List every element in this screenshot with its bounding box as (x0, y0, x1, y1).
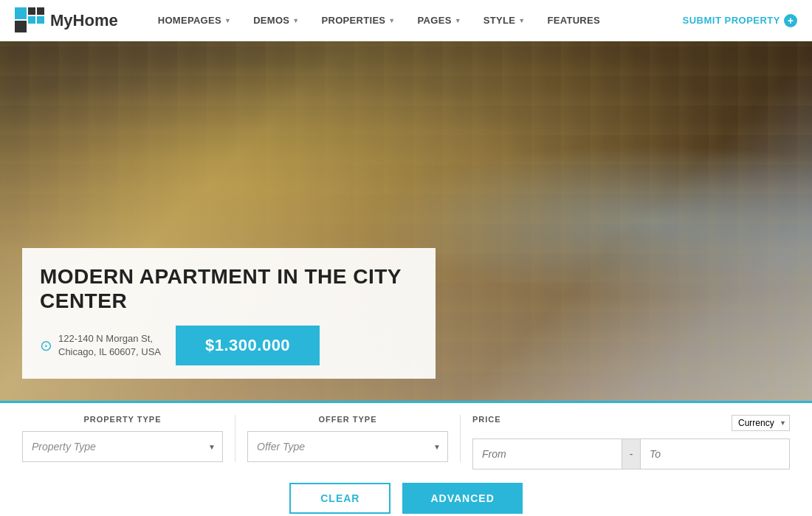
svg-rect-3 (28, 16, 35, 24)
plus-icon: + (784, 14, 797, 27)
search-actions: CLEAR ADVANCED (22, 469, 790, 516)
chevron-down-icon: ▼ (292, 17, 299, 24)
property-type-col: PROPERTY TYPE Property Type Apartment Ho… (22, 415, 235, 462)
clear-button[interactable]: CLEAR (289, 483, 390, 514)
chevron-down-icon: ▼ (518, 17, 525, 24)
address-line1: 122-140 N Morgan St, (58, 332, 161, 345)
currency-select-wrap: Currency USD EUR GBP ▼ (732, 415, 790, 431)
property-address: ⊙ 122-140 N Morgan St, Chicago, IL 60607… (40, 332, 161, 359)
property-footer: ⊙ 122-140 N Morgan St, Chicago, IL 60607… (40, 326, 418, 365)
price-inputs: - (472, 438, 790, 469)
navbar: MyHome HOMEPAGES ▼ DEMOS ▼ PROPERTIES ▼ … (0, 0, 812, 41)
hero-section: MODERN APARTMENT IN THE CITY CENTER ⊙ 12… (0, 41, 812, 401)
svg-rect-4 (37, 16, 44, 24)
nav-item-properties[interactable]: PROPERTIES ▼ (312, 9, 406, 32)
advanced-button[interactable]: ADVANCED (402, 483, 522, 514)
chevron-down-icon: ▼ (388, 17, 395, 24)
search-bar: PROPERTY TYPE Property Type Apartment Ho… (0, 401, 812, 516)
property-type-select-wrapper: Property Type Apartment House Villa Offi… (22, 431, 223, 462)
svg-rect-1 (28, 7, 35, 15)
currency-select[interactable]: Currency USD EUR GBP (732, 415, 790, 431)
price-col: PRICE Currency USD EUR GBP ▼ - (461, 415, 790, 469)
search-row: PROPERTY TYPE Property Type Apartment Ho… (22, 415, 790, 469)
offer-type-select-wrapper: Offer Type For Sale For Rent ▼ (247, 431, 448, 462)
price-badge: $1.300.000 (176, 326, 320, 365)
chevron-down-icon: ▼ (455, 17, 461, 24)
offer-type-col: OFFER TYPE Offer Type For Sale For Rent … (235, 415, 461, 462)
price-to-input[interactable] (640, 438, 790, 469)
nav-item-features[interactable]: FEATURES (537, 9, 610, 32)
logo-text: MyHome (50, 11, 118, 30)
nav-item-homepages[interactable]: HOMEPAGES ▼ (148, 9, 241, 32)
nav-item-pages[interactable]: PAGES ▼ (407, 9, 472, 32)
nav-item-demos[interactable]: DEMOS ▼ (243, 9, 309, 32)
hero-overlay: MODERN APARTMENT IN THE CITY CENTER ⊙ 12… (0, 248, 812, 401)
property-title: MODERN APARTMENT IN THE CITY CENTER (40, 264, 418, 314)
property-type-label: PROPERTY TYPE (22, 415, 223, 424)
offer-type-select[interactable]: Offer Type For Sale For Rent (247, 431, 448, 462)
logo-icon (15, 7, 44, 34)
svg-rect-0 (15, 7, 27, 19)
property-type-select[interactable]: Property Type Apartment House Villa Offi… (22, 431, 223, 462)
nav-links: HOMEPAGES ▼ DEMOS ▼ PROPERTIES ▼ PAGES ▼… (148, 9, 683, 32)
price-from-input[interactable] (472, 438, 622, 469)
svg-rect-5 (15, 21, 27, 32)
nav-item-style[interactable]: STYLE ▼ (473, 9, 536, 32)
price-range-separator: - (622, 438, 640, 469)
svg-rect-2 (37, 7, 44, 15)
logo[interactable]: MyHome (15, 7, 118, 34)
submit-property-button[interactable]: SUBMIT PROPERTY + (683, 14, 797, 27)
location-icon: ⊙ (40, 337, 52, 354)
chevron-down-icon: ▼ (224, 17, 231, 24)
address-line2: Chicago, IL 60607, USA (58, 345, 161, 359)
offer-type-label: OFFER TYPE (247, 415, 448, 424)
price-label: PRICE (472, 415, 501, 424)
currency-wrapper: Currency USD EUR GBP ▼ (732, 415, 790, 431)
price-header: PRICE Currency USD EUR GBP ▼ (472, 415, 790, 431)
property-card: MODERN APARTMENT IN THE CITY CENTER ⊙ 12… (22, 248, 436, 379)
